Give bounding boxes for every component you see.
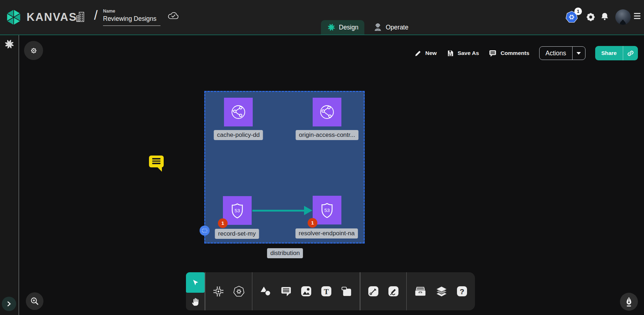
library-tools: ? — [407, 272, 475, 310]
tab-operate[interactable]: Operate — [367, 20, 414, 34]
cloudfront-cache-policy-icon — [229, 103, 248, 121]
tab-design[interactable]: Design — [321, 20, 364, 34]
infra-tools — [205, 272, 252, 310]
design-swirl-icon — [327, 23, 336, 32]
designs-swirl-icon[interactable] — [4, 39, 15, 50]
route53-record-set-icon: 53 — [228, 201, 247, 220]
text-tool[interactable]: T — [321, 286, 332, 297]
note-tool[interactable] — [341, 286, 353, 297]
help-tool[interactable]: ? — [456, 286, 468, 297]
header-right: 1 — [565, 0, 644, 34]
comment-bubble-icon — [149, 156, 164, 167]
node-record-set[interactable]: 53 — [223, 196, 252, 225]
new-label: New — [425, 50, 437, 56]
link-icon — [627, 50, 634, 57]
organization-icon[interactable] — [75, 11, 86, 23]
design-name-input[interactable] — [103, 14, 160, 26]
group-label: distribution — [267, 248, 303, 258]
edge-arrowhead — [304, 206, 312, 215]
design-name-field: Name — [103, 9, 160, 26]
flower-icon — [29, 46, 38, 55]
zoom-in-icon — [30, 296, 39, 306]
comment-tool[interactable] — [280, 286, 292, 297]
sketch-tool[interactable] — [388, 286, 399, 297]
canvas-toolbar: New Save As Comments Actions Share — [414, 46, 638, 60]
route53-resolver-endpoint-icon: 53 — [318, 201, 336, 219]
cursor-icon — [191, 278, 200, 287]
caret-down-icon — [577, 52, 581, 55]
node-resolver-endpoint[interactable]: 53 — [313, 196, 341, 224]
menu-icon[interactable] — [634, 13, 640, 20]
components-button[interactable] — [24, 41, 43, 60]
cloudfront-origin-access-control-icon — [318, 103, 336, 121]
shapes-tool[interactable] — [260, 286, 272, 297]
drawing-tools — [360, 272, 406, 310]
drawer-tool[interactable] — [414, 286, 427, 297]
issue-badge: 1 — [308, 218, 317, 228]
kanvas-logo[interactable]: KANVAS — [5, 9, 77, 26]
mode-tabs: Design Operate — [321, 20, 415, 34]
bottom-toolbar: T — [186, 272, 475, 310]
hand-icon — [191, 297, 200, 307]
new-button[interactable]: New — [414, 50, 437, 57]
node-label: record-set-my — [215, 229, 259, 239]
kubernetes-count-badge: 1 — [574, 8, 582, 15]
app-header: KANVAS / Name — [0, 0, 644, 35]
left-sidebar — [0, 35, 19, 315]
save-icon — [447, 50, 454, 57]
zoom-in-button[interactable] — [26, 292, 43, 310]
actions-label: Actions — [540, 47, 572, 60]
svg-text:53: 53 — [324, 208, 330, 213]
svg-text:53: 53 — [234, 208, 240, 213]
share-button[interactable]: Share — [595, 46, 638, 60]
image-tool[interactable] — [300, 286, 312, 297]
node-label: resolver-endpoint-na — [295, 228, 358, 238]
tab-operate-label: Operate — [386, 24, 408, 31]
avatar[interactable] — [615, 9, 631, 25]
select-tool[interactable] — [186, 272, 205, 293]
kubernetes-tool[interactable] — [233, 286, 245, 297]
operator-icon — [373, 23, 382, 32]
share-label: Share — [595, 46, 623, 60]
pan-tool[interactable] — [186, 293, 205, 310]
pen-mode-button[interactable] — [620, 293, 638, 311]
node-label: origin-access-contr... — [296, 130, 359, 140]
comments-button[interactable]: Comments — [489, 49, 529, 57]
tab-design-label: Design — [339, 24, 358, 31]
gear-icon[interactable] — [586, 12, 596, 22]
expand-sidebar-button[interactable] — [2, 297, 16, 311]
node-label: cache-policy-dd — [214, 130, 263, 140]
comments-label: Comments — [500, 50, 529, 56]
copy-link-button[interactable] — [623, 46, 638, 60]
brand-title: KANVAS — [27, 11, 77, 24]
pencil-icon — [414, 50, 422, 57]
edge-record-set-to-resolver[interactable] — [252, 210, 305, 212]
save-as-button[interactable]: Save As — [447, 50, 479, 57]
actions-button[interactable]: Actions — [539, 46, 585, 60]
group-selection-handle[interactable] — [200, 226, 210, 236]
svg-text:?: ? — [460, 287, 465, 296]
selected-group-distribution[interactable]: cache-policy-dd origin-access-contr... 5… — [204, 91, 365, 244]
issue-badge: 1 — [218, 218, 228, 228]
comment-marker[interactable] — [149, 156, 164, 172]
node-origin-access-control[interactable] — [313, 98, 341, 126]
kanvas-logo-icon — [5, 9, 22, 26]
svg-text:T: T — [324, 288, 329, 296]
pen-nib-icon — [624, 296, 634, 307]
circuit-tool[interactable] — [213, 286, 224, 297]
layers-tool[interactable] — [435, 286, 448, 297]
pen-tool[interactable] — [368, 286, 379, 297]
bell-icon[interactable] — [600, 12, 609, 21]
chevron-right-icon — [5, 300, 13, 307]
cloud-sync-icon — [167, 11, 180, 21]
save-as-label: Save As — [458, 50, 479, 56]
node-cache-policy[interactable] — [224, 98, 253, 126]
design-name-label: Name — [103, 9, 160, 14]
actions-dropdown-toggle[interactable] — [572, 47, 585, 60]
breadcrumb-separator: / — [94, 8, 98, 23]
comment-icon — [489, 49, 497, 57]
annotation-tools: T — [252, 272, 360, 310]
pointer-tools — [186, 272, 205, 310]
